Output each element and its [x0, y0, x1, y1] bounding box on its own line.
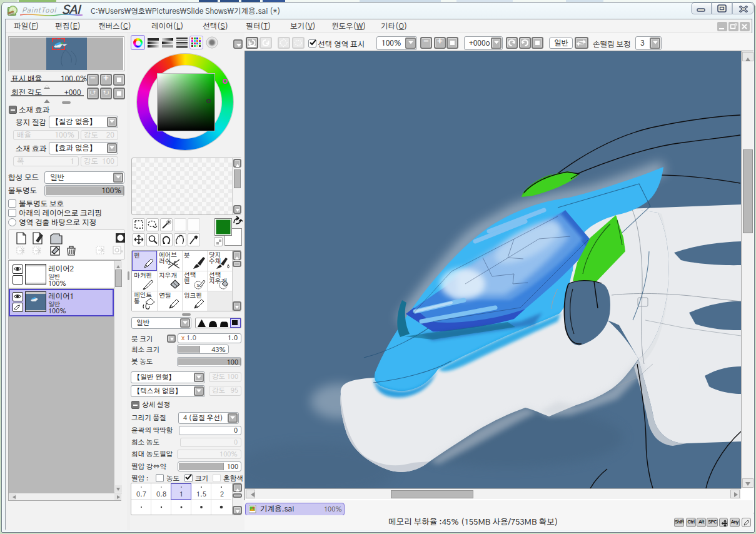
- svg-text:S: S: [197, 283, 199, 288]
